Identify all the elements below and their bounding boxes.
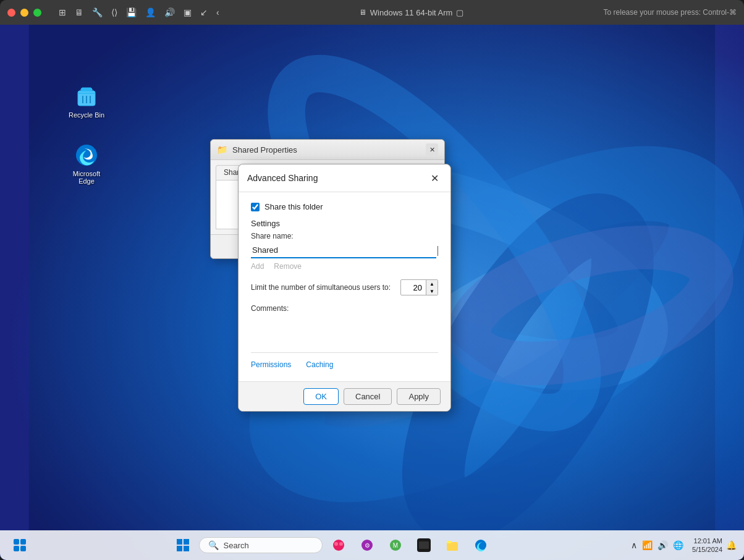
shared-props-titlebar: 📁 Shared Properties ✕ [211,140,444,160]
spin-buttons: ▲ ▼ [426,280,438,295]
search-text: Search [224,541,249,550]
edge-label: Microsoft Edge [66,170,108,185]
volume-tray-icon[interactable]: 🔊 [657,540,668,550]
simultaneous-users-row: Limit the number of simultaneous users t… [251,279,438,295]
taskbar-color-icon[interactable] [326,533,351,558]
mac-toolbar: ⊞ 🖥 🔧 ⟨⟩ 💾 👤 🔊 ▣ ↙ ‹ [59,7,219,17]
mac-close-button[interactable] [7,9,15,17]
svg-rect-14 [184,539,189,545]
notification-icon[interactable]: 🔔 [726,540,737,550]
person-icon: 👤 [145,7,156,17]
vm-status-icon: 🖥 [359,8,366,17]
taskbar-left [7,533,32,558]
add-button[interactable]: Add [251,262,264,271]
adv-sharing-title: Advanced Sharing [247,173,427,183]
desktop: Recycle Bin Microsoft Edge Share... 📁 Sh… [0,25,744,560]
number-input-wrap: ▲ ▼ [400,279,438,295]
recycle-bin-icon[interactable]: Recycle Bin [62,80,111,122]
svg-rect-11 [14,546,19,551]
spin-up-button[interactable]: ▲ [426,280,438,287]
svg-point-18 [334,542,338,546]
chevron-icon: ‹ [216,7,219,17]
taskbar-files-icon[interactable] [440,533,465,558]
svg-rect-26 [447,542,458,551]
mac-titlebar: ⊞ 🖥 🔧 ⟨⟩ 💾 👤 🔊 ▣ ↙ ‹ 🖥 Windows 11 64-bit… [0,0,744,25]
shared-props-title: Shared Properties [232,145,421,155]
share-folder-checkbox[interactable] [251,203,260,211]
svg-rect-15 [177,546,182,551]
caching-link[interactable]: Caching [306,360,333,369]
taskbar-right: ∧ 📶 🔊 🌐 12:01 AM 5/15/2024 🔔 [631,537,737,554]
settings-section: Settings Share name: Add Remove [251,219,438,347]
search-bar[interactable]: 🔍 Search [199,537,323,553]
simultaneous-input[interactable] [401,281,426,294]
network-icon[interactable]: 📶 [642,540,653,550]
svg-point-28 [475,540,486,551]
comments-textarea[interactable] [251,315,438,345]
svg-rect-27 [447,541,452,543]
comments-label: Comments: [251,304,438,313]
adv-sharing-close-button[interactable]: ✕ [427,171,442,185]
edge-image [74,143,99,168]
svg-rect-13 [177,539,182,545]
svg-text:⚙: ⚙ [364,542,370,549]
screen-icon: 🖥 [75,7,83,17]
start-button[interactable] [171,533,195,558]
svg-rect-7 [81,88,92,91]
taskbar-app3-icon[interactable]: M [383,533,408,558]
microsoft-edge-icon[interactable]: Microsoft Edge [62,139,111,189]
sidebar-icon: ⊞ [59,7,66,17]
recycle-bin-image [74,84,99,109]
system-tray: ∧ 📶 🔊 🌐 [631,540,683,550]
mac-minimize-button[interactable] [20,9,28,17]
adv-sharing-body: Share this folder Settings Share name: [239,192,450,381]
adv-cancel-button[interactable]: Cancel [344,388,392,405]
taskbar-edge-icon[interactable] [468,533,493,558]
search-icon: 🔍 [208,540,219,550]
simultaneous-label: Limit the number of simultaneous users t… [251,283,395,292]
tray-up-icon[interactable]: ∧ [631,540,637,550]
share-name-label: Share name: [251,232,438,240]
taskbar-app4-icon[interactable] [412,533,436,558]
taskbar-app2-icon[interactable]: ⚙ [355,533,379,558]
adv-ok-button[interactable]: OK [303,388,339,405]
mac-maximize-button[interactable] [33,9,41,17]
taskbar-clock[interactable]: 12:01 AM 5/15/2024 [692,537,722,554]
svg-rect-9 [14,539,19,545]
nav-back-icon: ⟨⟩ [111,7,117,17]
adv-sharing-titlebar: Advanced Sharing ✕ [239,164,450,192]
adv-divider [251,352,438,353]
shared-props-icon: 📁 [217,145,227,155]
adv-apply-button[interactable]: Apply [397,388,441,405]
svg-rect-16 [184,546,189,551]
svg-point-17 [333,540,344,551]
svg-rect-25 [419,541,429,549]
share-name-input[interactable] [251,243,436,258]
clock-time: 12:01 AM [692,537,722,545]
shared-props-close-button[interactable]: ✕ [426,143,438,156]
share-name-input-wrap [251,243,438,258]
mac-window: ⊞ 🖥 🔧 ⟨⟩ 💾 👤 🔊 ▣ ↙ ‹ 🖥 Windows 11 64-bit… [0,0,744,560]
mac-title-text: Windows 11 64-bit Arm [370,8,453,17]
taskbar: 🔍 Search ⚙ M [0,530,744,560]
clock-date: 5/15/2024 [692,545,722,554]
volume-icon: 🔊 [164,7,175,17]
mac-subtitle: To release your mouse press: Control-⌘ [604,8,737,17]
text-cursor [438,246,438,256]
share-folder-label: Share this folder [264,202,323,211]
widgets-button[interactable] [7,533,32,558]
remove-button[interactable]: Remove [274,262,302,271]
svg-text:M: M [392,542,397,549]
advanced-sharing-dialog: Advanced Sharing ✕ Share this folder Set… [238,164,451,412]
share-folder-row: Share this folder [251,202,438,211]
spin-down-button[interactable]: ▼ [426,287,438,295]
taskbar-center: 🔍 Search ⚙ M [32,533,631,558]
permissions-link[interactable]: Permissions [251,360,291,369]
tools-icon: 🔧 [92,7,103,17]
adv-link-row: Permissions Caching [251,360,438,369]
disk-icon: 💾 [126,7,137,17]
svg-rect-12 [20,546,26,551]
recycle-bin-label: Recycle Bin [69,111,104,119]
globe-icon[interactable]: 🌐 [673,540,683,550]
mac-title-area: 🖥 Windows 11 64-bit Arm ▢ [224,8,599,17]
